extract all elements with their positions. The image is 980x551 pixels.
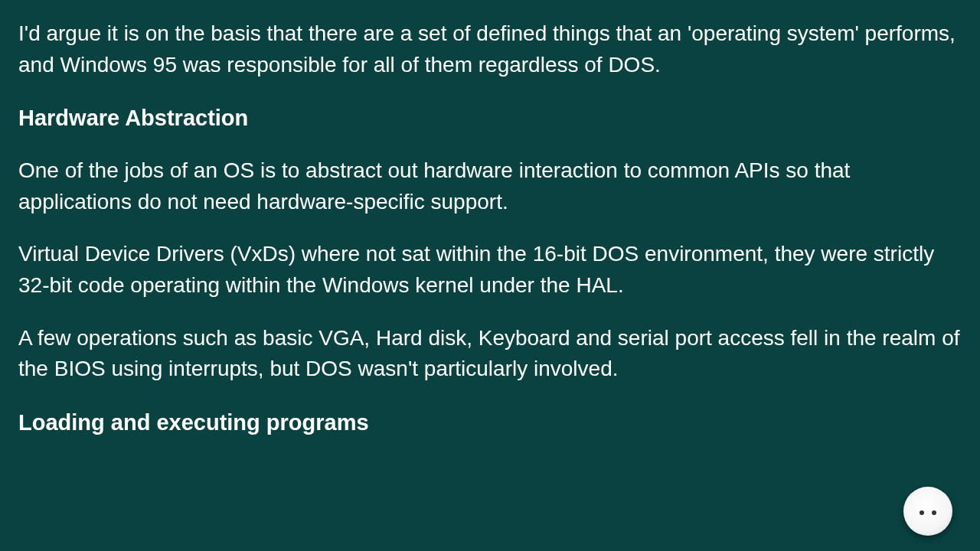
assistant-fab[interactable] (903, 487, 952, 536)
paragraph-hw-3: A few operations such as basic VGA, Hard… (18, 323, 962, 385)
assistant-face-icon (920, 510, 936, 515)
article-content: I'd argue it is on the basis that there … (18, 18, 962, 439)
heading-hardware-abstraction: Hardware Abstraction (18, 102, 962, 134)
intro-paragraph: I'd argue it is on the basis that there … (18, 18, 962, 80)
heading-loading-executing: Loading and executing programs (18, 406, 962, 439)
paragraph-hw-1: One of the jobs of an OS is to abstract … (18, 155, 962, 217)
paragraph-hw-2: Virtual Device Drivers (VxDs) where not … (18, 239, 962, 301)
